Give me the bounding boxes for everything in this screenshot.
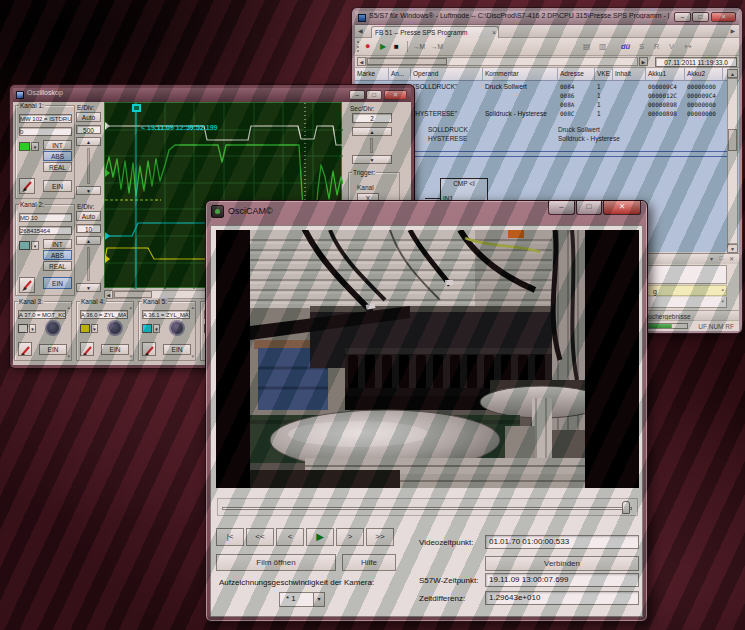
goto-start-button[interactable]: |< <box>216 528 244 546</box>
kanal4-operand-field[interactable]: A 36.0 = ZYL_MAT <box>80 310 128 319</box>
hscroll-right-icon[interactable]: ▶ <box>639 57 648 66</box>
col-an[interactable]: An... <box>389 68 411 80</box>
panel-close-icon[interactable]: ✕ <box>729 255 734 262</box>
kanal1-real-button[interactable]: REAL <box>43 162 72 172</box>
kanal4-up-icon[interactable]: ▴ <box>129 304 132 310</box>
kanal3-down-icon[interactable]: ▾ <box>67 353 70 359</box>
ediv2-down-icon[interactable]: ▼ <box>76 283 101 292</box>
goto-marker-button[interactable]: →M <box>413 41 425 52</box>
kanal4-knob[interactable] <box>107 320 123 336</box>
sps-titlebar[interactable]: S5/S7 für Windows® - Luftmode -- C:\Disc… <box>355 11 739 25</box>
maximize-button[interactable]: □ <box>692 12 709 22</box>
kanal5-down-icon[interactable]: ▾ <box>191 353 194 359</box>
kanal1-pen-button[interactable] <box>19 178 35 194</box>
oszi-maximize-button[interactable]: □ <box>366 90 382 100</box>
ediv2-value-field[interactable]: 10 <box>76 224 101 233</box>
col-vke[interactable]: VKE <box>595 68 613 80</box>
ediv1-up-icon[interactable]: ▲ <box>76 137 101 146</box>
vscroll-down-icon[interactable]: ▼ <box>727 244 738 253</box>
kanal3-up-icon[interactable]: ▴ <box>67 304 70 310</box>
goto-marker2-button[interactable]: →M <box>431 41 443 52</box>
kanal5-color-dropdown-icon[interactable]: ▾ <box>153 324 160 333</box>
col-operand[interactable]: Operand <box>411 68 483 80</box>
run-button[interactable]: ▶ <box>380 41 386 52</box>
kanal5-ein-button[interactable]: EIN <box>163 344 191 355</box>
cam-maximize-button[interactable]: □ <box>576 201 602 215</box>
kanal2-pen-button[interactable] <box>19 277 35 293</box>
vscroll-up-icon[interactable]: ▲ <box>727 69 738 78</box>
col-adresse[interactable]: Adresse <box>558 68 595 80</box>
open-film-button[interactable]: Film öffnen <box>216 554 336 571</box>
cam-close-button[interactable]: ✕ <box>603 201 641 215</box>
oszi-close-button[interactable]: ✕ <box>384 90 407 100</box>
kanal2-real-button[interactable]: REAL <box>43 261 72 271</box>
video-frame[interactable] <box>216 230 639 488</box>
seek-thumb[interactable] <box>622 501 630 514</box>
kanal5-pen-button[interactable] <box>142 342 156 356</box>
kanal3-color-dropdown-icon[interactable]: ▾ <box>29 324 36 333</box>
ediv2-auto-button[interactable]: Auto <box>76 211 101 221</box>
col-kommentar[interactable]: Kommentar <box>483 68 558 80</box>
row-up-icon[interactable]: ▴ <box>721 286 724 292</box>
dropdown-arrow-icon[interactable]: ▾ <box>313 593 324 606</box>
ediv2-slider-track[interactable] <box>87 247 90 281</box>
kanal1-color-dropdown-icon[interactable]: ▾ <box>31 142 39 151</box>
play-button[interactable]: ▶ <box>306 528 334 546</box>
mode-r-button[interactable]: R <box>654 41 659 52</box>
kanal3-ein-button[interactable]: EIN <box>39 344 67 355</box>
mode-v-button[interactable]: V <box>669 41 674 52</box>
minimize-button[interactable]: – <box>674 12 691 22</box>
ediv1-value-field[interactable]: 500 <box>76 125 101 134</box>
kanal5-up-icon[interactable]: ▴ <box>191 304 194 310</box>
hscroll-left-icon[interactable]: ◀ <box>357 57 366 66</box>
secdiv-down-icon[interactable]: ▼ <box>352 155 392 164</box>
video-time-field[interactable]: 01.01.70 01:00:00.533 <box>485 535 639 549</box>
kanal4-down-icon[interactable]: ▾ <box>129 353 132 359</box>
col-marke[interactable]: Marke <box>355 68 389 80</box>
kanal1-offset-field[interactable]: 0 <box>19 127 72 136</box>
kanal2-color-swatch[interactable] <box>19 241 30 250</box>
close-button[interactable]: ✕ <box>711 12 736 22</box>
kanal1-int-button[interactable]: INT <box>43 140 72 150</box>
kanal1-ein-button[interactable]: EIN <box>43 180 72 192</box>
kanal1-operand-field[interactable]: MW 102 = ISTDRU <box>19 114 72 123</box>
mode-du-button[interactable]: dü <box>621 41 630 52</box>
kanal2-abs-button[interactable]: ABS <box>43 250 72 260</box>
kanal4-ein-button[interactable]: EIN <box>101 344 129 355</box>
kanal5-operand-field[interactable]: A 36.1 = ZYL_MAT <box>142 310 190 319</box>
rewind-button[interactable]: << <box>246 528 274 546</box>
help-button[interactable]: Hilfe <box>342 554 396 571</box>
seek-track[interactable] <box>222 507 632 510</box>
stop-button[interactable]: ■ <box>394 41 399 52</box>
kanal2-color-dropdown-icon[interactable]: ▾ <box>31 241 39 250</box>
vscroll-thumb[interactable] <box>728 129 737 151</box>
panel-pin-icon[interactable]: ▾ <box>710 255 713 262</box>
kanal2-operand-field[interactable]: MD 10 <box>19 213 72 222</box>
col-inhalt[interactable]: Inhalt <box>613 68 646 80</box>
kanal3-operand-field[interactable]: A 37.0 = MOT_KOI <box>18 310 66 319</box>
col-akku1[interactable]: Akku1 <box>646 68 685 80</box>
tab-scroll-right-icon[interactable]: ▶ <box>730 27 735 36</box>
ediv1-down-icon[interactable]: ▼ <box>76 186 101 195</box>
kanal3-pen-button[interactable] <box>18 342 32 356</box>
panel-restore-icon[interactable]: □ <box>719 255 723 261</box>
secdiv-up-icon[interactable]: ▲ <box>352 127 392 136</box>
tab-close-icon[interactable]: × <box>492 27 496 38</box>
s57w-time-field[interactable]: 19.11.09 13:00:07.699 <box>485 573 639 587</box>
step-back-button[interactable]: < <box>276 528 304 546</box>
cam-titlebar[interactable]: OsciCAM© – □ ✕ <box>206 201 647 225</box>
block-window-icon[interactable]: ▥ <box>599 41 607 52</box>
secdiv-value-field[interactable]: 2 <box>352 113 392 123</box>
kanal4-pen-button[interactable] <box>80 342 94 356</box>
step-forward-button[interactable]: > <box>336 528 364 546</box>
kanal2-offset-field[interactable]: 268435464 <box>19 226 72 235</box>
ediv1-auto-button[interactable]: Auto <box>76 112 101 122</box>
kanal2-int-button[interactable]: INT <box>43 239 72 249</box>
ediv2-up-icon[interactable]: ▲ <box>76 236 101 245</box>
vscroll-track[interactable] <box>727 78 738 244</box>
ediv1-slider-track[interactable] <box>87 148 90 184</box>
kanal4-color-dropdown-icon[interactable]: ▾ <box>91 324 98 333</box>
record-button[interactable]: ● <box>365 41 370 52</box>
connect-button[interactable]: Verbinden <box>485 556 639 571</box>
link-icon[interactable]: ↦ <box>685 41 692 52</box>
